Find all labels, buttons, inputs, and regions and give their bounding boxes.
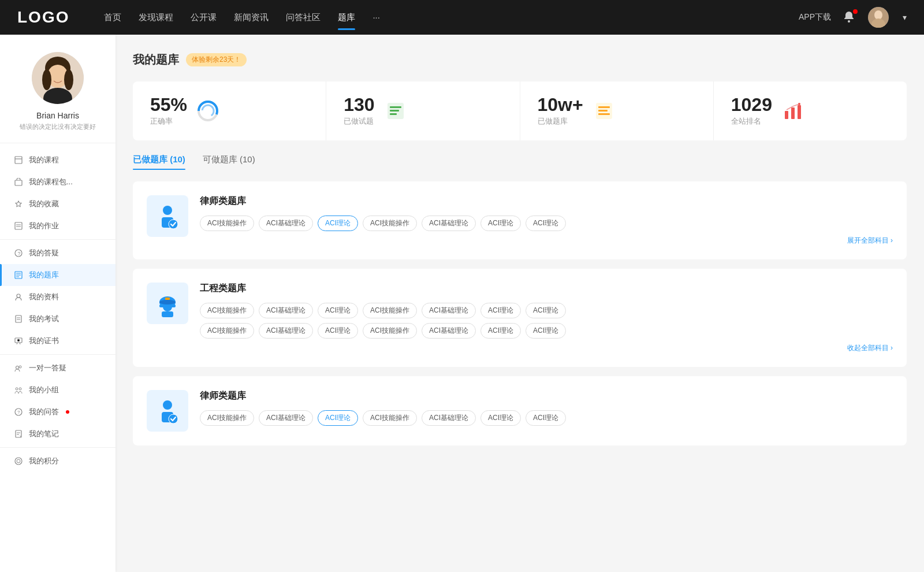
1on1-icon (14, 363, 23, 373)
nav-home[interactable]: 首页 (104, 10, 121, 25)
svg-point-62 (159, 300, 176, 304)
svg-rect-46 (390, 110, 399, 112)
svg-rect-64 (162, 311, 173, 317)
sidebar-item-materials[interactable]: 我的资料 (0, 286, 116, 308)
tags-row-1: ACI技能操作 ACI基础理论 ACI理论 ACI技能操作 ACI基础理论 AC… (200, 216, 893, 231)
tag-2b-6[interactable]: ACI理论 (526, 323, 566, 339)
main-layout: Brian Harris 错误的决定比没有决定要好 我的课程 我的课程包... (0, 35, 924, 572)
coursepack-icon (14, 177, 23, 187)
sidebar-item-qbank[interactable]: 我的题库 (0, 264, 116, 286)
tag-1-0[interactable]: ACI技能操作 (200, 216, 254, 231)
tags-row-2b: ACI技能操作 ACI基础理论 ACI理论 ACI技能操作 ACI基础理论 AC… (200, 323, 893, 339)
tab-done[interactable]: 已做题库 (10) (133, 154, 185, 170)
qanda-icon: ? (14, 407, 23, 417)
sidebar-label-coursepack: 我的课程包... (29, 177, 73, 187)
stat-value-banks: 10w+ (538, 95, 583, 114)
sidebar-item-favorites[interactable]: 我的收藏 (0, 193, 116, 215)
sidebar-label-1on1: 一对一答疑 (29, 363, 66, 373)
tag-3-0[interactable]: ACI技能操作 (200, 410, 254, 426)
nav-news[interactable]: 新闻资讯 (234, 10, 269, 25)
qbank-title-1: 律师类题库 (200, 195, 893, 207)
svg-rect-63 (165, 298, 170, 300)
tag-2b-4[interactable]: ACI基础理论 (422, 323, 476, 339)
tag-2-3[interactable]: ACI技能操作 (363, 303, 417, 318)
tag-3-2[interactable]: ACI理论 (318, 410, 358, 426)
logo[interactable]: LOGO (17, 8, 69, 27)
nav-qa[interactable]: 问答社区 (286, 10, 321, 25)
svg-point-8 (64, 69, 73, 90)
sidebar-label-materials: 我的资料 (29, 292, 59, 302)
homework-icon (14, 221, 23, 231)
tag-1-4[interactable]: ACI基础理论 (422, 216, 476, 231)
nav-opencourse[interactable]: 公开课 (191, 10, 217, 25)
done-questions-icon (384, 99, 407, 122)
svg-rect-23 (16, 315, 21, 322)
nav-discover[interactable]: 发现课程 (139, 10, 173, 25)
svg-rect-51 (598, 113, 610, 115)
tag-2b-1[interactable]: ACI基础理论 (259, 323, 313, 339)
user-avatar-nav[interactable] (868, 7, 889, 28)
stats-row: 55% 正确率 130 已做试题 (133, 81, 907, 140)
materials-icon (14, 292, 23, 302)
sidebar-item-coursepack[interactable]: 我的课程包... (0, 171, 116, 193)
sidebar-item-homework[interactable]: 我的作业 (0, 215, 116, 237)
expand-link-1[interactable]: 展开全部科目 › (200, 236, 893, 246)
cert-icon (14, 336, 23, 346)
tag-2b-2[interactable]: ACI理论 (318, 323, 358, 339)
sidebar-item-points[interactable]: 我的积分 (0, 450, 116, 472)
qbank-icon (14, 270, 23, 280)
tag-1-3[interactable]: ACI技能操作 (363, 216, 417, 231)
tag-2b-3[interactable]: ACI技能操作 (363, 323, 417, 339)
sidebar-item-course[interactable]: 我的课程 (0, 149, 116, 171)
tag-2-4[interactable]: ACI基础理论 (422, 303, 476, 318)
svg-rect-53 (791, 107, 795, 119)
svg-point-43 (202, 105, 214, 117)
tag-2-6[interactable]: ACI理论 (526, 303, 566, 318)
page-header: 我的题库 体验剩余23天！ (133, 52, 907, 68)
tab-available[interactable]: 可做题库 (10) (203, 154, 255, 170)
svg-rect-47 (390, 113, 397, 115)
tag-1-6[interactable]: ACI理论 (526, 216, 566, 231)
profile-motto: 错误的决定比没有决定要好 (12, 122, 104, 131)
notification-bell[interactable] (843, 10, 856, 24)
sidebar-item-notes[interactable]: 我的笔记 (0, 423, 116, 445)
tag-3-5[interactable]: ACI理论 (480, 410, 521, 426)
exam-icon (14, 314, 23, 324)
tag-1-5[interactable]: ACI理论 (480, 216, 521, 231)
sidebar-item-answers[interactable]: ? 我的答疑 (0, 242, 116, 264)
tag-2b-5[interactable]: ACI理论 (480, 323, 521, 339)
qbank-icon-lawyer-1 (147, 195, 188, 237)
qbank-icon-lawyer-3 (147, 390, 188, 432)
collapse-link-2[interactable]: 收起全部科目 › (200, 343, 893, 353)
svg-point-22 (17, 294, 20, 298)
tag-3-6[interactable]: ACI理论 (526, 410, 566, 426)
nav-more[interactable]: ··· (372, 10, 380, 25)
nav-qbank[interactable]: 题库 (338, 10, 355, 25)
user-menu-chevron[interactable]: ▾ (903, 13, 907, 22)
profile-avatar (32, 52, 84, 104)
sidebar-item-group[interactable]: 我的小组 (0, 379, 116, 401)
sidebar-item-exam[interactable]: 我的考试 (0, 308, 116, 330)
svg-rect-45 (390, 106, 401, 108)
answers-icon: ? (14, 248, 23, 258)
tag-1-2[interactable]: ACI理论 (318, 216, 358, 231)
tag-2-5[interactable]: ACI理论 (480, 303, 521, 318)
tag-2b-0[interactable]: ACI技能操作 (200, 323, 254, 339)
tag-2-1[interactable]: ACI基础理论 (259, 303, 313, 318)
sidebar-item-qanda[interactable]: ? 我的问答 (0, 401, 116, 423)
tag-3-3[interactable]: ACI技能操作 (363, 410, 417, 426)
tag-1-1[interactable]: ACI基础理论 (259, 216, 313, 231)
app-download-button[interactable]: APP下载 (799, 12, 831, 23)
tag-2-0[interactable]: ACI技能操作 (200, 303, 254, 318)
tag-3-4[interactable]: ACI基础理论 (422, 410, 476, 426)
tags-row-2a: ACI技能操作 ACI基础理论 ACI理论 ACI技能操作 ACI基础理论 AC… (200, 303, 893, 318)
sidebar-item-1on1[interactable]: 一对一答疑 (0, 357, 116, 379)
stat-label-done: 已做试题 (344, 116, 374, 127)
stat-label-rank: 全站排名 (731, 116, 772, 127)
sidebar-item-cert[interactable]: 我的证书 (0, 330, 116, 352)
qbank-title-2: 工程类题库 (200, 283, 893, 295)
points-icon (14, 456, 23, 466)
tag-2-2[interactable]: ACI理论 (318, 303, 358, 318)
tag-3-1[interactable]: ACI基础理论 (259, 410, 313, 426)
trial-badge: 体验剩余23天！ (186, 53, 247, 66)
